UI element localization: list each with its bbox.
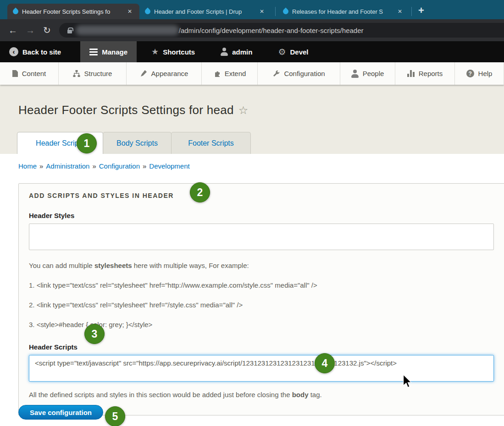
header-styles-textarea[interactable]: [29, 224, 494, 250]
annotation-badge-2: 2: [190, 182, 210, 202]
drupal-logo-icon: [144, 8, 152, 16]
people-icon: [351, 70, 359, 78]
tab-title: Header and Footer Scripts | Drup: [154, 8, 254, 15]
reload-icon[interactable]: ↻: [43, 26, 51, 35]
help-icon: ?: [466, 70, 474, 77]
forward-icon: →: [26, 26, 35, 35]
browser-tab-1[interactable]: Header Footer Scripts Settings fo ✕: [7, 4, 139, 19]
tab-body-scripts[interactable]: Body Scripts: [103, 132, 172, 154]
menu-item-extend[interactable]: Extend: [202, 62, 258, 85]
back-to-site-icon: ‹: [9, 47, 18, 56]
drupal-admin-menu: Content Structure Appearance Extend Conf…: [0, 62, 504, 85]
toolbar-admin-user[interactable]: admin: [211, 41, 261, 62]
browser-navbar: ← → ↻ /admin/config/development/header-a…: [0, 19, 504, 41]
toolbar-item-label: Back to site: [22, 48, 61, 56]
drupal-admin-toolbar: ‹ Back to site Manage ★ Shortcuts admin …: [0, 41, 504, 62]
tab-footer-scripts[interactable]: Footer Scripts: [171, 132, 251, 154]
menu-item-label: Help: [478, 70, 493, 77]
new-tab-button[interactable]: +: [418, 5, 424, 16]
appearance-icon: [140, 70, 147, 77]
tab-title: Releases for Header and Footer S: [292, 8, 392, 15]
annotation-badge-5: 5: [105, 406, 125, 426]
toolbar-devel[interactable]: ⚙ Devel: [269, 41, 317, 62]
blurred-domain: [76, 25, 179, 35]
menu-item-content[interactable]: Content: [0, 62, 59, 85]
menu-item-structure[interactable]: Structure: [59, 62, 127, 85]
close-tab-icon[interactable]: ✕: [258, 7, 266, 16]
drupal-logo-icon: [12, 8, 20, 16]
menu-item-appearance[interactable]: Appearance: [127, 62, 202, 85]
tab-separator: [275, 7, 276, 16]
browser-window: Header Footer Scripts Settings fo ✕ Head…: [0, 0, 504, 426]
annotation-badge-4: 4: [315, 353, 335, 373]
gear-icon: ⚙: [278, 48, 286, 56]
toolbar-manage[interactable]: Manage: [80, 41, 137, 62]
menu-item-reports[interactable]: Reports: [395, 62, 455, 85]
browser-tab-3[interactable]: Releases for Header and Footer S ✕: [277, 4, 410, 19]
close-tab-icon[interactable]: ✕: [396, 7, 404, 16]
toolbar-item-label: admin: [232, 48, 252, 56]
annotation-badge-1: 1: [77, 133, 97, 153]
star-icon: ★: [151, 48, 159, 56]
annotation-badge-3: 3: [84, 324, 105, 344]
save-configuration-button[interactable]: Save configuration: [18, 405, 103, 420]
wrench-icon: [272, 70, 280, 77]
breadcrumb-administration[interactable]: Administration: [46, 162, 89, 170]
url-path: /admin/config/development/header-and-foo…: [179, 27, 364, 34]
extend-puzzle-icon: [213, 70, 221, 77]
toolbar-item-label: Shortcuts: [163, 48, 195, 56]
style-example-1: 1. <link type="text/css" rel="stylesheet…: [29, 281, 498, 289]
user-icon: [221, 48, 228, 56]
menu-item-label: People: [363, 70, 384, 77]
main-content: Home»Administration»Configuration»Develo…: [0, 154, 504, 426]
mouse-cursor: [402, 375, 413, 390]
toolbar-back-to-site[interactable]: ‹ Back to site: [0, 41, 70, 62]
page-header: Header Footer Scripts Settings for head☆…: [0, 85, 504, 154]
toolbar-shortcuts[interactable]: ★ Shortcuts: [142, 41, 204, 62]
close-tab-icon[interactable]: ✕: [126, 7, 134, 16]
breadcrumb-separator: »: [92, 162, 96, 170]
page-title: Header Footer Scripts Settings for head☆: [18, 103, 249, 117]
toolbar-item-label: Devel: [290, 48, 308, 56]
back-icon[interactable]: ←: [8, 26, 17, 35]
breadcrumb-separator: »: [143, 162, 146, 170]
header-styles-label: Header Styles: [29, 212, 498, 219]
breadcrumb-home[interactable]: Home: [18, 162, 37, 170]
header-scripts-label: Header Scripts: [29, 343, 498, 351]
toolbar-item-label: Manage: [102, 48, 127, 56]
content-icon: [12, 70, 18, 77]
lock-icon: [67, 30, 72, 33]
menu-item-label: Content: [22, 70, 46, 77]
favorite-star-icon[interactable]: ☆: [238, 104, 249, 117]
fieldset-title: ADD SCRIPTS AND STYLES IN HEADER: [29, 192, 498, 199]
scripts-help-text: All the defined scripts and styles in th…: [29, 391, 498, 399]
header-scripts-textarea[interactable]: <script type="text/javascript" src="http…: [29, 355, 494, 382]
hamburger-icon: [89, 49, 98, 55]
breadcrumb-development[interactable]: Development: [149, 162, 189, 170]
browser-tab-strip: Header Footer Scripts Settings fo ✕ Head…: [0, 0, 504, 19]
menu-item-label: Extend: [225, 70, 246, 77]
menu-item-label: Configuration: [284, 70, 325, 77]
menu-item-label: Reports: [419, 70, 443, 77]
menu-item-configuration[interactable]: Configuration: [258, 62, 340, 85]
breadcrumb-configuration[interactable]: Configuration: [99, 162, 140, 170]
browser-tab-2[interactable]: Header and Footer Scripts | Drup ✕: [139, 4, 273, 19]
structure-icon: [73, 70, 80, 77]
menu-item-people[interactable]: People: [340, 62, 395, 85]
tab-separator: [411, 7, 412, 16]
breadcrumb-separator: »: [39, 162, 43, 170]
menu-item-help[interactable]: ? Help: [455, 62, 504, 85]
breadcrumb: Home»Administration»Configuration»Develo…: [18, 162, 504, 170]
menu-item-label: Appearance: [151, 70, 188, 77]
menu-item-label: Structure: [84, 70, 112, 77]
tab-title: Header Footer Scripts Settings fo: [22, 8, 122, 15]
header-scripts-fieldset: ADD SCRIPTS AND STYLES IN HEADER Header …: [18, 183, 504, 415]
style-example-2: 2. <link type="text/css" rel="stylesheet…: [29, 301, 498, 309]
bar-chart-icon: [407, 70, 415, 77]
page-tabs: Header Scripts Body Scripts Footer Scrip…: [17, 132, 250, 154]
drupal-logo-icon: [282, 8, 290, 16]
address-bar[interactable]: /admin/config/development/header-and-foo…: [59, 23, 504, 38]
styles-help-text: You can add multiple stylesheets here wi…: [29, 262, 498, 269]
